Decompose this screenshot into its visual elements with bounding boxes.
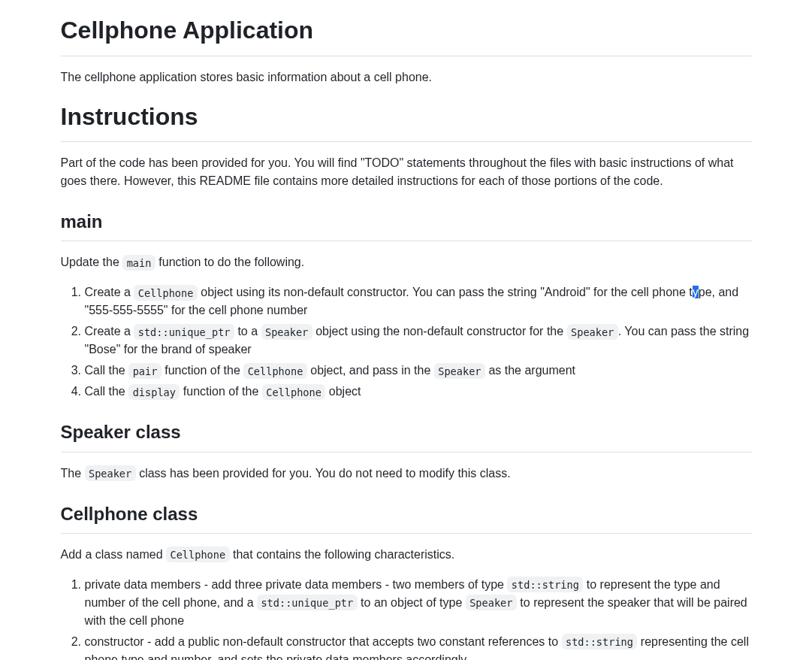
text: Create a xyxy=(85,286,134,298)
speaker-class-paragraph: The Speaker class has been provided for … xyxy=(61,465,752,483)
list-item: private data members - add three private… xyxy=(85,576,752,630)
text: object, and pass in the xyxy=(307,364,434,377)
text: Create a xyxy=(85,325,134,338)
code-main: main xyxy=(122,255,155,271)
instructions-paragraph: Part of the code has been provided for y… xyxy=(61,154,752,190)
text: constructor - add a public non-default c… xyxy=(85,635,562,648)
text: that contains the following characterist… xyxy=(230,548,455,561)
text: as the argument xyxy=(485,364,575,377)
text: The xyxy=(61,467,85,480)
text: to a xyxy=(234,325,261,338)
main-heading: main xyxy=(61,208,752,241)
instructions-heading: Instructions xyxy=(61,98,752,143)
text: Add a class named xyxy=(61,548,167,561)
code-pair: pair xyxy=(128,363,161,379)
text: function of the xyxy=(180,385,261,398)
code-cellphone: Cellphone xyxy=(243,363,307,379)
intro-paragraph: The cellphone application stores basic i… xyxy=(61,68,752,86)
list-item: Create a std::unique_ptr to a Speaker ob… xyxy=(85,322,752,359)
selected-text: y xyxy=(693,286,699,298)
cellphone-list: private data members - add three private… xyxy=(61,576,752,660)
code-speaker: Speaker xyxy=(434,363,485,379)
main-list: Create a Cellphone object using its non-… xyxy=(61,283,752,401)
page-title: Cellphone Application xyxy=(61,12,752,56)
text: object using the non-default constructor… xyxy=(312,325,567,338)
code-cellphone: Cellphone xyxy=(134,285,198,301)
text: private data members - add three private… xyxy=(85,578,508,591)
main-paragraph: Update the main function to do the follo… xyxy=(61,253,752,271)
code-speaker: Speaker xyxy=(466,595,517,610)
cellphone-class-paragraph: Add a class named Cellphone that contain… xyxy=(61,546,752,564)
text: function to do the following. xyxy=(155,256,304,268)
speaker-class-heading: Speaker class xyxy=(61,419,752,452)
code-unique-ptr: std::unique_ptr xyxy=(134,324,234,340)
text: to an object of type xyxy=(358,596,466,609)
text: class has been provided for you. You do … xyxy=(136,467,511,480)
code-cellphone: Cellphone xyxy=(166,546,230,562)
text: Update the xyxy=(61,256,123,268)
code-speaker: Speaker xyxy=(261,324,312,340)
code-speaker: Speaker xyxy=(85,465,136,481)
list-item: Call the display function of the Cellpho… xyxy=(85,383,752,401)
code-string: std::string xyxy=(507,577,583,592)
text: object xyxy=(325,385,361,398)
list-item: Create a Cellphone object using its non-… xyxy=(85,283,752,319)
text: object using its non-default constructor… xyxy=(198,286,693,298)
list-item: Call the pair function of the Cellphone … xyxy=(85,362,752,380)
code-string: std::string xyxy=(562,634,638,649)
readme-document: Cellphone Application The cellphone appl… xyxy=(61,12,752,660)
text: Call the xyxy=(85,385,129,398)
cellphone-class-heading: Cellphone class xyxy=(61,501,752,534)
text: Call the xyxy=(85,364,129,377)
code-cellphone: Cellphone xyxy=(262,384,326,400)
code-display: display xyxy=(128,384,180,400)
list-item: constructor - add a public non-default c… xyxy=(85,633,752,660)
text: function of the xyxy=(161,364,243,377)
code-unique-ptr: std::unique_ptr xyxy=(257,595,358,610)
code-speaker: Speaker xyxy=(567,324,618,340)
